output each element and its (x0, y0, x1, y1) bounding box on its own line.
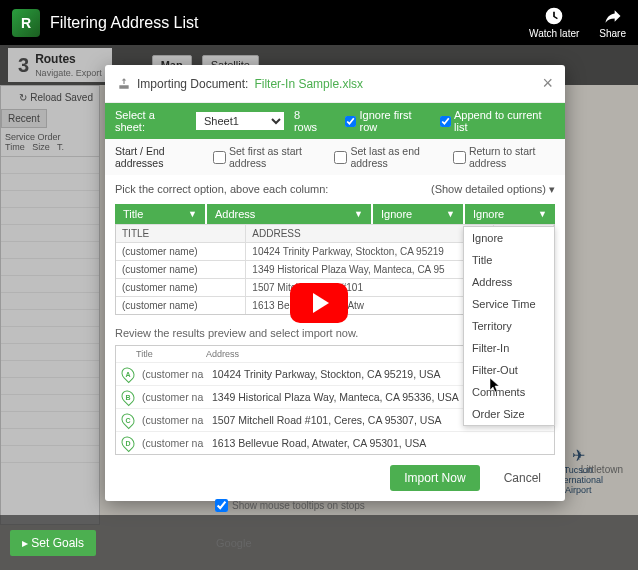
video-header: R Filtering Address List Watch later Sha… (0, 0, 638, 45)
col-select-1[interactable]: Title▼ (115, 204, 205, 224)
column-dropdown: Ignore Title Address Service Time Territ… (463, 226, 555, 426)
pick-label: Pick the correct option, above each colu… (115, 183, 328, 196)
import-now-button[interactable]: Import Now (390, 465, 479, 491)
column-mapping-header: Title▼ Address▼ Ignore▼ Ignore▼ Ignore T… (105, 204, 565, 224)
start-end-label: Start / End addresses (115, 145, 199, 169)
sheet-select[interactable]: Sheet1 (196, 112, 284, 130)
show-detailed-link[interactable]: (Show detailed options) ▾ (431, 183, 555, 196)
modal-filename: Filter-In Sample.xlsx (254, 77, 363, 91)
col-select-2[interactable]: Address▼ (207, 204, 371, 224)
dropdown-service-time[interactable]: Service Time (464, 293, 554, 315)
rows-count: 8 rows (294, 109, 326, 133)
modal-header: Importing Document: Filter-In Sample.xls… (105, 65, 565, 103)
modal-title: Importing Document: (137, 77, 248, 91)
col-select-4[interactable]: Ignore▼ Ignore Title Address Service Tim… (465, 204, 555, 224)
tooltip-checkbox[interactable]: Show mouse tooltips on stops (215, 499, 365, 512)
bottom-bar: ▸ Set Goals Google (0, 515, 638, 570)
marker-icon: B (119, 388, 137, 406)
watch-later-button[interactable]: Watch later (529, 6, 579, 39)
dropdown-ignore[interactable]: Ignore (464, 227, 554, 249)
video-title: Filtering Address List (50, 14, 529, 32)
brand-logo: R (12, 9, 40, 37)
watch-later-label: Watch later (529, 28, 579, 39)
return-checkbox[interactable]: Return to start address (453, 145, 555, 169)
set-first-checkbox[interactable]: Set first as start address (213, 145, 320, 169)
share-label: Share (599, 28, 626, 39)
set-goals-button[interactable]: ▸ Set Goals (10, 530, 96, 556)
dropdown-filter-in[interactable]: Filter-In (464, 337, 554, 359)
marker-icon: A (119, 365, 137, 383)
append-checkbox[interactable]: Append to current list (440, 109, 555, 133)
preview-header-address: Address (206, 349, 239, 359)
dropdown-filter-out[interactable]: Filter-Out (464, 359, 554, 381)
close-button[interactable]: × (542, 73, 553, 94)
play-button[interactable] (290, 283, 348, 323)
import-icon (117, 77, 131, 91)
preview-row: D(customer na1613 Bellevue Road, Atwater… (116, 432, 554, 454)
marker-icon: C (119, 411, 137, 429)
share-button[interactable]: Share (599, 6, 626, 39)
dropdown-comments[interactable]: Comments (464, 381, 554, 403)
preview-header-title: Title (136, 349, 206, 359)
marker-icon: D (119, 434, 137, 452)
dropdown-title[interactable]: Title (464, 249, 554, 271)
data-header-title: TITLE (116, 225, 246, 242)
ignore-first-row-checkbox[interactable]: Ignore first row (345, 109, 430, 133)
google-attribution: Google (216, 537, 251, 549)
dropdown-address[interactable]: Address (464, 271, 554, 293)
set-last-checkbox[interactable]: Set last as end address (334, 145, 439, 169)
col-select-3[interactable]: Ignore▼ (373, 204, 463, 224)
dropdown-order-size[interactable]: Order Size (464, 403, 554, 425)
select-sheet-label: Select a sheet: (115, 109, 186, 133)
sheet-bar: Select a sheet: Sheet1 8 rows Ignore fir… (105, 103, 565, 139)
cancel-button[interactable]: Cancel (490, 465, 555, 491)
start-end-row: Start / End addresses Set first as start… (105, 139, 565, 175)
data-header-address: ADDRESS (246, 225, 494, 242)
dropdown-territory[interactable]: Territory (464, 315, 554, 337)
